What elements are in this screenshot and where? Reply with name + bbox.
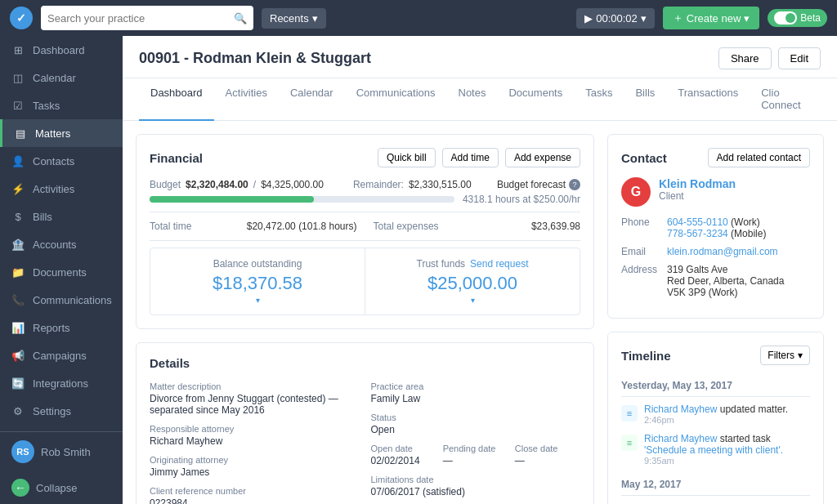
search-input[interactable] [47,12,231,25]
tab-calendar[interactable]: Calendar [279,78,345,121]
trust-amount: $25,000.00 [375,273,570,294]
app-logo: ✓ [10,7,33,29]
contact-card: Contact Add related contact G Klein Rodm… [607,134,824,319]
content-header: 00901 - Rodman Klein & Stuggart Share Ed… [123,36,837,78]
user-profile[interactable]: RS Rob Smith [0,432,123,471]
contact-role: Client [659,190,736,202]
total-expenses-value: $23,639.98 [531,221,580,232]
trust-chevron-icon: ▾ [375,296,570,305]
info-icon[interactable]: ? [569,179,580,190]
sidebar-item-calendar[interactable]: ◫ Calendar [0,64,123,91]
budget-total: $4,325,000.00 [261,179,324,190]
timeline-person-1[interactable]: Richard Mayhew [644,404,717,415]
timeline-task-link-1[interactable]: 'Schedule a meeting with client'. [644,444,783,456]
add-time-button[interactable]: Add time [442,148,499,167]
nav-right: ▶ 00:00:02 ▾ ＋ Create new ▾ Beta [576,7,827,29]
sidebar-item-accounts[interactable]: 🏦 Accounts [0,230,123,258]
dashboard-icon: ⊞ [11,43,25,56]
task-icon: ≡ [621,435,638,451]
tab-transactions[interactable]: Transactions [666,78,750,121]
trust-label: Trust funds [417,258,466,270]
doc-icon: ≡ [621,405,638,421]
timeline-person-2[interactable]: Richard Mayhew [644,433,717,444]
matter-title: 00901 - Rodman Klein & Stuggart [139,50,371,67]
search-icon: 🔍 [234,12,247,25]
tab-activities[interactable]: Activities [214,78,279,121]
phone-label: Phone [621,216,660,239]
documents-icon: 📁 [11,265,25,279]
timer-button[interactable]: ▶ 00:00:02 ▾ [576,8,655,29]
total-expenses-label: Total expenses [374,221,439,232]
quick-bill-button[interactable]: Quick bill [378,148,436,167]
accounts-icon: 🏦 [11,238,25,251]
edit-button[interactable]: Edit [778,47,821,69]
client-ref-label: Client reference number [150,486,360,496]
limitations-label: Limitations date [371,475,581,484]
sidebar-item-communications[interactable]: 📞 Communications [0,286,123,314]
client-ref-value: 0223984 [150,497,360,504]
tab-bills[interactable]: Bills [624,78,666,121]
timeline-time-1: 2:46pm [644,415,810,425]
budget-label: Budget [150,179,181,190]
sidebar-item-campaigns[interactable]: 📢 Campaigns [0,341,123,369]
phone-work[interactable]: 604-555-0110 [667,216,728,228]
contacts-icon: 👤 [11,154,25,167]
email-link[interactable]: klein.rodman@gmail.com [667,246,778,257]
originating-attorney-value: Jimmy James [150,466,360,478]
collapse-button[interactable]: ← Collapse [0,471,123,504]
timeline-date-2: May 12, 2017 [621,474,810,496]
header-actions: Share Edit [718,47,821,69]
contact-title: Contact [621,151,667,165]
tab-clio-connect[interactable]: Clio Connect [750,78,821,121]
matters-icon: ▤ [14,127,27,140]
add-expense-button[interactable]: Add expense [505,148,580,167]
totals-row: Total time $20,472.00 (101.8 hours) Tota… [150,212,580,241]
financial-card: Financial Quick bill Add time Add expens… [136,134,594,329]
sidebar-bottom: RS Rob Smith ← Collapse [0,431,123,504]
tab-communications[interactable]: Communications [345,78,447,121]
send-request-link[interactable]: Send request [470,258,528,270]
tab-documents[interactable]: Documents [497,78,574,121]
sidebar-item-tasks[interactable]: ☑ Tasks [0,91,123,119]
settings-icon: ⚙ [11,404,25,417]
beta-toggle[interactable]: Beta [768,9,827,27]
sidebar-item-reports[interactable]: 📊 Reports [0,314,123,341]
timeline-event-1: ≡ Richard Mayhew updated matter. 2:46pm [621,404,810,425]
contact-name[interactable]: Klein Rodman [659,177,736,190]
sidebar-item-bills[interactable]: $ Bills [0,203,123,230]
total-time-value: $20,472.00 (101.8 hours) [247,221,357,232]
close-date-value: — [515,455,580,466]
filters-button[interactable]: Filters ▾ [760,346,810,365]
sidebar-item-settings[interactable]: ⚙ Settings [0,397,123,425]
chevron-down-icon: ▾ [798,350,803,361]
sidebar-item-documents[interactable]: 📁 Documents [0,258,123,286]
open-date-value: 02/02/2014 [371,455,436,466]
right-panel: Contact Add related contact G Klein Rodm… [607,134,824,504]
pending-date-value: — [443,455,508,466]
pending-date-label: Pending date [443,444,508,453]
financial-title: Financial [150,151,203,165]
main-content: 00901 - Rodman Klein & Stuggart Share Ed… [123,36,837,504]
chevron-down-icon: ▾ [312,12,318,25]
sidebar-item-activities[interactable]: ⚡ Activities [0,175,123,203]
limitations-value: 07/06/2017 (satisfied) [371,486,581,497]
forecast-label: Budget forecast [497,179,566,190]
share-button[interactable]: Share [718,47,772,69]
sidebar-item-integrations[interactable]: 🔄 Integrations [0,369,123,397]
sidebar-item-contacts[interactable]: 👤 Contacts [0,147,123,175]
close-date-label: Close date [515,444,580,453]
phone-mobile[interactable]: 778-567-3234 [667,228,728,239]
tab-dashboard[interactable]: Dashboard [139,78,214,121]
recents-button[interactable]: Recents ▾ [262,8,326,29]
chevron-down-icon: ▾ [641,12,647,25]
tab-tasks[interactable]: Tasks [574,78,624,121]
add-related-contact-button[interactable]: Add related contact [708,148,810,167]
calendar-icon: ◫ [11,71,25,84]
content-body: Financial Quick bill Add time Add expens… [123,121,837,504]
sidebar-item-dashboard[interactable]: ⊞ Dashboard [0,36,123,64]
tab-notes[interactable]: Notes [447,78,498,121]
avatar: G [621,177,651,207]
create-new-button[interactable]: ＋ Create new ▾ [663,7,759,29]
play-icon: ▶ [584,12,593,25]
sidebar-item-matters[interactable]: ▤ Matters [0,119,123,147]
